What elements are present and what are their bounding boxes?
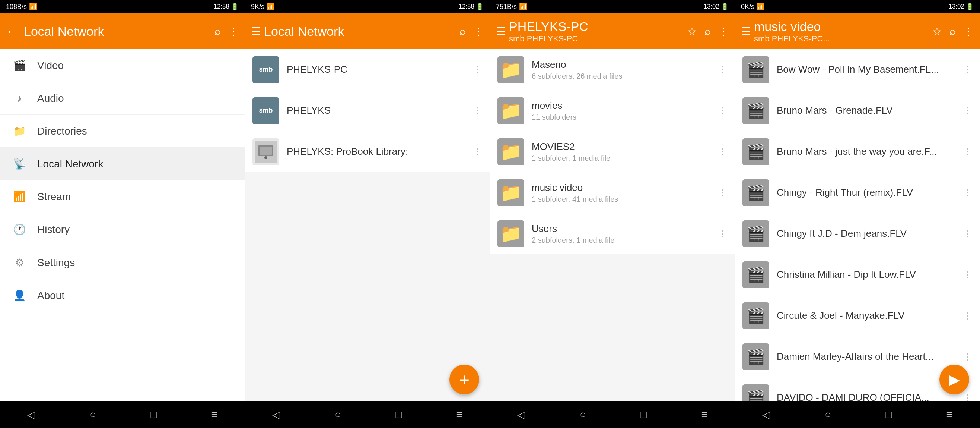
list-item-chingy-right[interactable]: 🎬 Chingy - Right Thur (remix).FLV ⋮ xyxy=(735,172,980,213)
home-nav-4[interactable]: ○ xyxy=(825,409,831,420)
recent-nav-3[interactable]: □ xyxy=(640,409,647,420)
sidebar-item-about[interactable]: 👤 About xyxy=(0,279,245,312)
more-chingy-right[interactable]: ⋮ xyxy=(963,187,972,198)
battery-2: 🔋 xyxy=(476,3,484,11)
search-icon-2[interactable]: ⌕ xyxy=(460,26,466,37)
header-4: ☰ music video smb PHELYKS-PC... ☆ ⌕ ⋮ xyxy=(735,13,980,49)
header-icons-3: ☆ ⌕ ⋮ xyxy=(687,25,729,38)
more-damien[interactable]: ⋮ xyxy=(963,351,972,362)
video-icon: 🎬 xyxy=(12,59,27,72)
network-speed-3: 751B/s xyxy=(496,3,517,11)
back-nav-4[interactable]: ◁ xyxy=(762,409,770,421)
item-name-circute: Circute & Joel - Manyake.FLV xyxy=(777,310,956,321)
sidebar-item-history[interactable]: 🕐 History xyxy=(0,213,245,246)
more-icon-3[interactable]: ⋮ xyxy=(718,26,729,38)
item-name-bruno-grenade: Bruno Mars - Grenade.FLV xyxy=(777,105,956,116)
sidebar-item-local-network[interactable]: 📡 Local Network xyxy=(0,148,245,180)
item-text-bow-wow: Bow Wow - Poll In My Basement.FL... xyxy=(777,64,956,75)
item-text-movies2: MOVIES2 1 subfolder, 1 media file xyxy=(532,141,711,163)
svg-rect-2 xyxy=(260,147,272,155)
more-movies2[interactable]: ⋮ xyxy=(718,147,727,157)
home-nav-2[interactable]: ○ xyxy=(335,409,341,420)
sidebar-settings-label: Settings xyxy=(37,257,75,269)
list-item-bruno-just[interactable]: 🎬 Bruno Mars - just the way you are.F...… xyxy=(735,131,980,172)
sidebar-item-audio[interactable]: ♪ Audio xyxy=(0,82,245,115)
sidebar-video-label: Video xyxy=(37,60,64,72)
more-phelyks[interactable]: ⋮ xyxy=(473,105,482,116)
search-icon-4[interactable]: ⌕ xyxy=(950,26,956,37)
list-item-bruno-grenade[interactable]: 🎬 Bruno Mars - Grenade.FLV ⋮ xyxy=(735,90,980,131)
menu-nav-1[interactable]: ≡ xyxy=(212,409,218,420)
more-davido[interactable]: ⋮ xyxy=(963,393,972,401)
more-christina[interactable]: ⋮ xyxy=(963,270,972,280)
list-item-circute[interactable]: 🎬 Circute & Joel - Manyake.FLV ⋮ xyxy=(735,295,980,336)
more-icon-2[interactable]: ⋮ xyxy=(473,26,484,38)
smb-badge-pc: smb xyxy=(253,56,279,83)
back-nav-2[interactable]: ◁ xyxy=(272,409,280,421)
search-icon-3[interactable]: ⌕ xyxy=(705,26,711,37)
back-nav-3[interactable]: ◁ xyxy=(517,409,525,421)
home-nav-1[interactable]: ○ xyxy=(90,409,96,420)
more-chingy-dem[interactable]: ⋮ xyxy=(963,228,972,239)
sidebar-item-stream[interactable]: 📶 Stream xyxy=(0,180,245,213)
more-movies[interactable]: ⋮ xyxy=(718,105,727,116)
home-nav-3[interactable]: ○ xyxy=(580,409,586,420)
menu-icon-4[interactable]: ☰ xyxy=(741,25,751,38)
more-maseno[interactable]: ⋮ xyxy=(718,64,727,75)
item-name-davido: DAVIDO - DAMI DURO (OFFICIA... xyxy=(777,392,956,401)
more-icon-1[interactable]: ⋮ xyxy=(228,26,239,38)
sidebar-item-video[interactable]: 🎬 Video xyxy=(0,49,245,82)
menu-nav-4[interactable]: ≡ xyxy=(947,409,953,420)
item-name-users: Users xyxy=(532,223,711,235)
more-music-video[interactable]: ⋮ xyxy=(718,187,727,198)
star-icon-3[interactable]: ☆ xyxy=(687,25,697,38)
search-icon-1[interactable]: ⌕ xyxy=(215,26,221,37)
item-name-chingy-right: Chingy - Right Thur (remix).FLV xyxy=(777,187,956,198)
menu-nav-3[interactable]: ≡ xyxy=(702,409,708,420)
menu-icon-3[interactable]: ☰ xyxy=(496,25,506,38)
item-name-phelyks: PHELYKS xyxy=(287,105,466,116)
star-icon-4[interactable]: ☆ xyxy=(932,25,942,38)
more-bruno-grenade[interactable]: ⋮ xyxy=(963,105,972,116)
status-right-4: 13:02 🔋 xyxy=(948,3,974,11)
list-item-chingy-dem[interactable]: 🎬 Chingy ft J.D - Dem jeans.FLV ⋮ xyxy=(735,213,980,254)
menu-icon-2[interactable]: ☰ xyxy=(251,25,261,38)
header-icons-4: ☆ ⌕ ⋮ xyxy=(932,25,974,38)
folder-icon-maseno: 📁 xyxy=(498,56,524,83)
list-item-movies[interactable]: 📁 movies 11 subfolders ⋮ xyxy=(490,90,735,131)
fab-play[interactable]: ▶ xyxy=(939,365,969,394)
list-item-phelyks-pc[interactable]: smb PHELYKS-PC ⋮ xyxy=(245,49,490,90)
item-text-maseno: Maseno 6 subfolders, 26 media files xyxy=(532,59,711,80)
more-users[interactable]: ⋮ xyxy=(718,228,727,239)
more-circute[interactable]: ⋮ xyxy=(963,311,972,321)
list-item-bow-wow[interactable]: 🎬 Bow Wow - Poll In My Basement.FL... ⋮ xyxy=(735,49,980,90)
list-item-christina[interactable]: 🎬 Christina Millian - Dip It Low.FLV ⋮ xyxy=(735,254,980,295)
header-title-block-3: PHELYKS-PC smb PHELYKS-PC xyxy=(509,19,687,44)
fab-add-2[interactable]: + xyxy=(449,365,479,394)
item-text-circute: Circute & Joel - Manyake.FLV xyxy=(777,310,956,321)
time-3: 13:02 xyxy=(703,3,719,10)
list-item-phelyks[interactable]: smb PHELYKS ⋮ xyxy=(245,90,490,131)
list-item-music-video[interactable]: 📁 music video 1 subfolder, 41 media file… xyxy=(490,172,735,213)
recent-nav-4[interactable]: □ xyxy=(885,409,892,420)
status-bar-2: 9K/s 📶 12:58 🔋 xyxy=(245,0,490,13)
recent-nav-1[interactable]: □ xyxy=(150,409,157,420)
list-item-users[interactable]: 📁 Users 2 subfolders, 1 media file ⋮ xyxy=(490,213,735,254)
more-bruno-just[interactable]: ⋮ xyxy=(963,147,972,157)
smb-badge-phelyks: smb xyxy=(253,97,279,124)
more-bow-wow[interactable]: ⋮ xyxy=(963,64,972,75)
sidebar-item-settings[interactable]: ⚙ Settings xyxy=(0,246,245,279)
sidebar-item-directories[interactable]: 📁 Directories xyxy=(0,115,245,148)
back-button-1[interactable]: ← xyxy=(6,25,18,38)
more-probook[interactable]: ⋮ xyxy=(473,147,482,157)
more-pc[interactable]: ⋮ xyxy=(473,64,482,75)
back-nav-1[interactable]: ◁ xyxy=(27,409,35,421)
list-item-probook[interactable]: PHELYKS: ProBook Library: ⋮ xyxy=(245,131,490,172)
recent-nav-2[interactable]: □ xyxy=(395,409,402,420)
list-item-movies2[interactable]: 📁 MOVIES2 1 subfolder, 1 media file ⋮ xyxy=(490,131,735,172)
more-icon-4[interactable]: ⋮ xyxy=(963,26,974,38)
probook-icon xyxy=(253,138,279,165)
menu-nav-2[interactable]: ≡ xyxy=(457,409,463,420)
list-item-maseno[interactable]: 📁 Maseno 6 subfolders, 26 media files ⋮ xyxy=(490,49,735,90)
header-icons-2: ⌕ ⋮ xyxy=(460,26,484,38)
